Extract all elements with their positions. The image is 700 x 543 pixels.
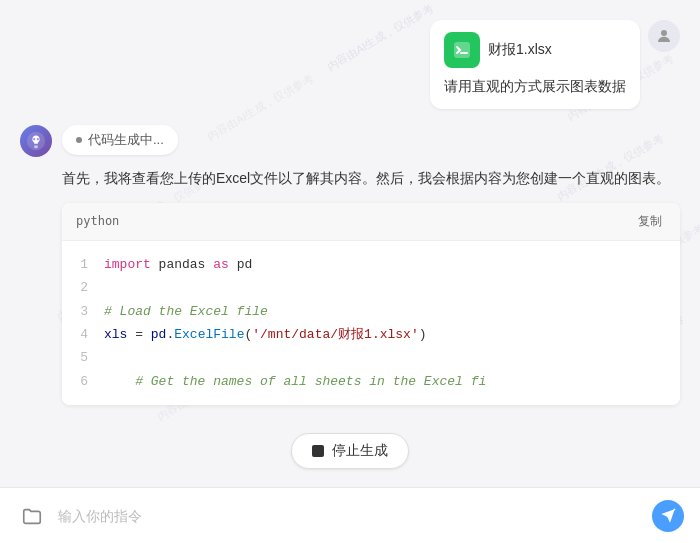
svg-point-1	[661, 30, 667, 36]
stop-icon	[312, 445, 324, 457]
user-bubble: 财报1.xlsx 请用直观的方式展示图表数据	[430, 20, 640, 109]
copy-button[interactable]: 复制	[634, 211, 666, 232]
ai-text: 首先，我将查看您上传的Excel文件以了解其内容。然后，我会根据内容为您创建一个…	[62, 167, 680, 191]
stop-btn-container: 停止生成	[20, 421, 680, 485]
code-line-5: 5	[76, 346, 666, 369]
user-avatar	[648, 20, 680, 52]
input-area	[0, 487, 700, 543]
generating-badge: 代码生成中...	[62, 125, 178, 155]
code-line-6: 6 # Get the names of all sheets in the E…	[76, 370, 666, 393]
chat-container: 财报1.xlsx 请用直观的方式展示图表数据	[0, 0, 700, 487]
svg-rect-0	[454, 42, 470, 58]
excel-file-icon	[444, 32, 480, 68]
code-lang: python	[76, 214, 119, 228]
ai-content: 代码生成中... 首先，我将查看您上传的Excel文件以了解其内容。然后，我会根…	[62, 125, 680, 405]
stop-label: 停止生成	[332, 442, 388, 460]
code-line-2: 2	[76, 276, 666, 299]
chat-input[interactable]	[58, 508, 642, 524]
code-header: python 复制	[62, 203, 680, 241]
svg-point-4	[37, 138, 39, 140]
send-button[interactable]	[652, 500, 684, 532]
stop-button[interactable]: 停止生成	[291, 433, 409, 469]
ai-avatar	[20, 125, 52, 157]
svg-point-3	[33, 138, 35, 140]
code-body: 1 import pandas as pd 2 3 # Load the Exc…	[62, 241, 680, 405]
folder-icon-button[interactable]	[16, 500, 48, 532]
file-attachment: 财报1.xlsx	[444, 32, 626, 68]
generating-dot	[76, 137, 82, 143]
code-block: python 复制 1 import pandas as pd 2	[62, 203, 680, 405]
user-text: 请用直观的方式展示图表数据	[444, 76, 626, 97]
user-message: 财报1.xlsx 请用直观的方式展示图表数据	[20, 20, 680, 109]
code-line-4: 4 xls = pd.ExcelFile('/mnt/data/财报1.xlsx…	[76, 323, 666, 346]
ai-message: 代码生成中... 首先，我将查看您上传的Excel文件以了解其内容。然后，我会根…	[20, 125, 680, 405]
generating-label: 代码生成中...	[88, 131, 164, 149]
code-line-1: 1 import pandas as pd	[76, 253, 666, 276]
code-line-3: 3 # Load the Excel file	[76, 300, 666, 323]
file-name: 财报1.xlsx	[488, 41, 552, 59]
